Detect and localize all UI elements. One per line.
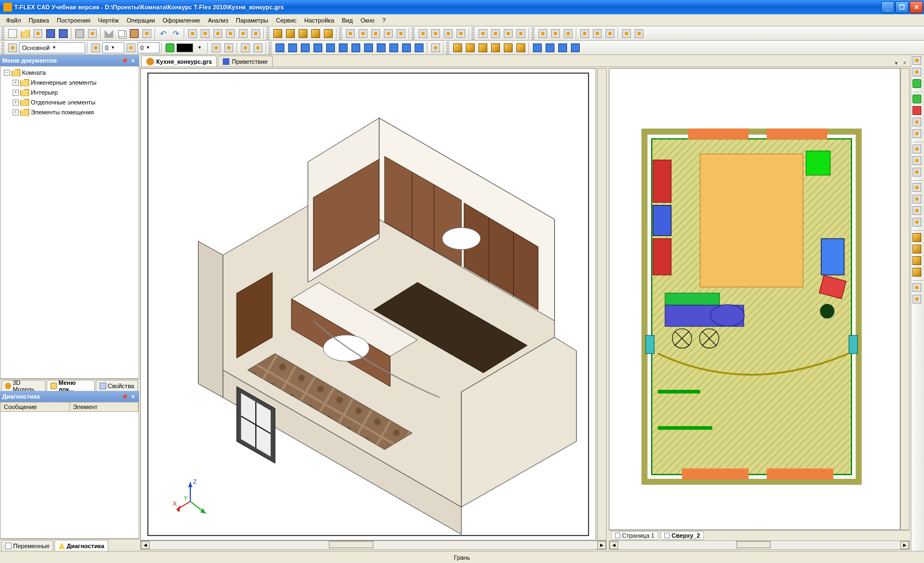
snap-node-button[interactable]: [362, 42, 375, 54]
update-button[interactable]: [252, 42, 264, 54]
view-front-button[interactable]: [284, 27, 296, 40]
minimize-button[interactable]: _: [881, 1, 894, 13]
rt-zoom-plus-button[interactable]: [912, 95, 923, 106]
toolbar-grip[interactable]: [1, 42, 4, 54]
menu-design[interactable]: Оформление: [159, 16, 204, 25]
tree-child[interactable]: + Отделочные элементы: [2, 97, 138, 107]
cylinder-button[interactable]: [464, 42, 476, 54]
redo-button[interactable]: ↷: [170, 27, 182, 40]
doc-tab-kitchen[interactable]: Кухня_конкурс.grs: [141, 56, 217, 67]
menu-window[interactable]: Окно: [356, 16, 378, 25]
cut-button[interactable]: [103, 27, 115, 40]
cone-button[interactable]: [490, 42, 502, 54]
rt-orbit-button[interactable]: [912, 79, 923, 90]
hidden-button[interactable]: [370, 27, 382, 40]
sweep-button[interactable]: [557, 42, 569, 54]
expand-icon[interactable]: +: [13, 100, 19, 106]
paste-button[interactable]: [128, 27, 140, 40]
tab-diagnostics[interactable]: Диагностика: [54, 540, 108, 551]
viewport-2d-plan[interactable]: [609, 68, 900, 530]
snap-tan-button[interactable]: [324, 42, 337, 54]
scroll-left-button[interactable]: ◀: [141, 541, 150, 549]
copy-button[interactable]: [116, 27, 128, 40]
rt-top-button[interactable]: [912, 233, 923, 244]
tree-child[interactable]: + Интерьер: [2, 87, 138, 97]
menu-help[interactable]: ?: [378, 16, 389, 25]
rt-zoom-minus-button[interactable]: [912, 106, 923, 117]
preview-button[interactable]: [86, 27, 98, 40]
snap-end-button[interactable]: [274, 42, 286, 54]
toolbar-grip[interactable]: [411, 27, 415, 40]
tab-doc-menu[interactable]: Меню док...: [47, 380, 95, 391]
snap-int-button[interactable]: [312, 42, 324, 54]
revolve-button[interactable]: [544, 42, 556, 54]
snap-mid-button[interactable]: [287, 42, 299, 54]
tree-child[interactable]: + Элементы помещения: [2, 107, 138, 117]
rt-pan-button[interactable]: [912, 68, 923, 79]
linetype-button[interactable]: [90, 42, 102, 54]
rt-iso-button[interactable]: [912, 268, 923, 279]
page-tab-top2[interactable]: Сверху_2: [661, 531, 704, 540]
panel-close-button[interactable]: ×: [129, 393, 137, 400]
tree-root[interactable]: − Комната: [2, 68, 138, 78]
snap-quad-button[interactable]: [375, 42, 387, 54]
rt-xray-button[interactable]: [912, 183, 923, 194]
face-button[interactable]: [430, 27, 442, 40]
rt-zoom-win-button[interactable]: [912, 129, 923, 140]
scroll-left-button[interactable]: ◀: [609, 541, 618, 549]
menu-view[interactable]: Вид: [338, 16, 357, 25]
scrollbar-vertical[interactable]: [597, 68, 607, 540]
collapse-icon[interactable]: −: [4, 70, 10, 76]
linescale-combo[interactable]: 0▼: [138, 42, 160, 53]
torus-button[interactable]: [502, 42, 514, 54]
menu-service[interactable]: Сервис: [272, 16, 301, 25]
regen-button[interactable]: [239, 42, 251, 54]
table-button[interactable]: [579, 27, 591, 40]
open-button[interactable]: [19, 27, 31, 40]
scrollbar-horizontal[interactable]: ◀ ▶: [140, 540, 607, 550]
rt-hidden-button[interactable]: [912, 218, 923, 229]
loft-button[interactable]: [569, 42, 581, 54]
render-button[interactable]: [382, 27, 394, 40]
toolbar-grip[interactable]: [268, 42, 272, 54]
bom-button[interactable]: [591, 27, 603, 40]
tab-close-button[interactable]: ×: [901, 59, 909, 67]
color-dropdown[interactable]: ▼: [194, 42, 206, 54]
snap-near-button[interactable]: [350, 42, 362, 54]
snap-ins-button[interactable]: [388, 42, 400, 54]
layer-new-button[interactable]: [7, 42, 19, 54]
vars-button[interactable]: [186, 27, 199, 40]
tree-child[interactable]: + Инженерные элементы: [2, 78, 138, 87]
ruler-button[interactable]: [250, 27, 262, 40]
grid-button[interactable]: [537, 27, 549, 40]
texture-button[interactable]: [223, 42, 235, 54]
view-custom-button[interactable]: [322, 27, 334, 40]
diagnostics-list[interactable]: [1, 412, 139, 538]
layer-combo[interactable]: Основной▼: [19, 42, 85, 53]
menu-settings[interactable]: Настройка: [300, 16, 338, 25]
extrude-button[interactable]: [531, 42, 543, 54]
snap-ext-button[interactable]: [400, 42, 413, 54]
sphere-button[interactable]: [477, 42, 489, 54]
rt-section-button[interactable]: [912, 145, 923, 156]
expand-icon[interactable]: +: [13, 90, 19, 96]
page-tab-1[interactable]: Страница 1: [611, 531, 658, 540]
save-all-button[interactable]: [57, 27, 69, 40]
scroll-right-button[interactable]: ▶: [900, 541, 909, 549]
assembly-button[interactable]: [455, 27, 467, 40]
panel-close-button[interactable]: ×: [129, 57, 137, 64]
document-tree[interactable]: − Комната + Инженерные элементы + Интерь…: [0, 66, 139, 379]
attach-button[interactable]: [620, 27, 632, 40]
undo-button[interactable]: ↶: [157, 27, 169, 40]
toolbar-grip[interactable]: [471, 27, 475, 40]
snap-perp-button[interactable]: [337, 42, 349, 54]
close-button[interactable]: ✕: [910, 1, 923, 13]
viewport-3d[interactable]: X Z Y: [140, 68, 596, 540]
menu-edit[interactable]: Правка: [25, 16, 53, 25]
view-side-button[interactable]: [310, 27, 322, 40]
check-button[interactable]: [212, 27, 224, 40]
menu-file[interactable]: Файл: [2, 16, 25, 25]
panel-pin-button[interactable]: 📌: [120, 57, 128, 64]
detach-button[interactable]: [633, 27, 645, 40]
snap-cen-button[interactable]: [299, 42, 311, 54]
